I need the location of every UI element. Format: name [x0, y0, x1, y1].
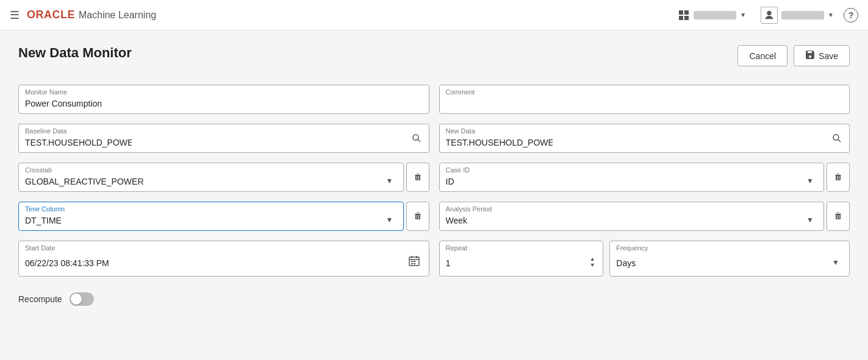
start-date-label: Start Date: [25, 244, 56, 252]
trash-icon: [833, 172, 843, 182]
start-date-calendar-button[interactable]: [406, 253, 423, 271]
analysis-period-dropdown-button[interactable]: ▼: [803, 216, 817, 224]
time-column-field: Time Column ▼: [18, 202, 429, 231]
repeat-frequency-row: Repeat ▲ ▼ Frequency ▼: [439, 241, 850, 277]
crosstab-input[interactable]: [25, 177, 382, 186]
page-content: New Data Monitor Cancel Save Monitor Nam…: [0, 30, 868, 320]
time-column-delete-button[interactable]: [406, 202, 429, 231]
search-icon: [412, 133, 421, 143]
svg-rect-15: [414, 263, 415, 264]
recompute-toggle[interactable]: [70, 292, 94, 306]
ml-wordmark: Machine Learning: [79, 10, 156, 21]
crosstab-label: Crosstab: [25, 166, 52, 174]
grid-icon: [678, 9, 690, 21]
svg-rect-12: [411, 261, 413, 262]
recompute-label: Recompute: [18, 294, 62, 304]
svg-rect-0: [679, 10, 683, 15]
trash-icon: [413, 211, 423, 221]
new-data-inner: New Data: [439, 124, 825, 153]
start-date-field: Start Date: [18, 241, 429, 277]
case-id-delete-button[interactable]: [827, 163, 850, 192]
form-grid: Monitor Name Comment Baseline Data New D…: [18, 85, 850, 306]
monitor-name-field: Monitor Name: [18, 85, 429, 114]
time-column-input[interactable]: [25, 216, 382, 225]
case-id-dropdown-button[interactable]: ▼: [803, 177, 817, 185]
new-data-input[interactable]: [446, 138, 553, 147]
repeat-input[interactable]: [446, 258, 589, 268]
svg-line-7: [838, 139, 841, 142]
new-data-field: New Data: [439, 124, 850, 153]
app-header: ☰ ORACLE Machine Learning ▼ ▼ ?: [0, 0, 868, 30]
save-label: Save: [819, 51, 838, 61]
svg-line-5: [418, 139, 420, 142]
frequency-dropdown-button[interactable]: ▼: [828, 258, 843, 267]
page-title: New Data Monitor: [18, 45, 132, 61]
comment-label: Comment: [446, 88, 475, 96]
help-button[interactable]: ?: [844, 8, 858, 23]
crosstab-dropdown: Crosstab ▼: [18, 163, 404, 192]
oracle-wordmark: ORACLE: [27, 9, 75, 21]
baseline-data-field: Baseline Data: [18, 124, 429, 153]
crosstab-field: Crosstab ▼: [18, 163, 429, 192]
baseline-data-label: Baseline Data: [25, 127, 67, 135]
comment-input[interactable]: [446, 99, 844, 108]
time-column-dropdown-button[interactable]: ▼: [382, 216, 397, 224]
app-logo: ORACLE Machine Learning: [27, 9, 156, 21]
case-id-input[interactable]: [446, 177, 803, 186]
monitor-name-input[interactable]: [25, 99, 423, 108]
baseline-data-search-button[interactable]: [404, 124, 429, 153]
menu-icon[interactable]: ☰: [10, 9, 20, 22]
baseline-data-inner: Baseline Data: [18, 124, 404, 153]
analysis-period-delete-button[interactable]: [827, 202, 850, 231]
cancel-button[interactable]: Cancel: [737, 45, 787, 66]
trash-icon: [833, 211, 843, 221]
apps-chevron-icon: ▼: [740, 12, 746, 18]
search-icon: [832, 133, 842, 143]
svg-rect-2: [679, 16, 683, 20]
new-data-search-button[interactable]: [825, 124, 850, 153]
case-id-dropdown: Case ID ▼: [439, 163, 825, 192]
user-avatar-icon: [761, 7, 778, 24]
svg-point-4: [413, 135, 418, 140]
recompute-row: Recompute: [18, 292, 429, 306]
apps-label-blurred: [694, 11, 736, 19]
frequency-input[interactable]: [616, 258, 828, 268]
toggle-thumb: [71, 294, 82, 305]
repeat-field: Repeat ▲ ▼: [439, 241, 604, 277]
analysis-period-input[interactable]: [446, 216, 803, 225]
comment-field: Comment: [439, 85, 850, 114]
crosstab-delete-button[interactable]: [406, 163, 429, 192]
time-column-label: Time Column: [25, 205, 65, 213]
case-id-label: Case ID: [446, 166, 470, 174]
username-blurred: [781, 11, 824, 19]
analysis-period-field: Analysis Period ▼: [439, 202, 850, 231]
user-menu-button[interactable]: ▼: [761, 7, 834, 24]
baseline-data-input[interactable]: [25, 138, 132, 147]
svg-point-6: [833, 135, 839, 140]
analysis-period-dropdown: Analysis Period ▼: [439, 202, 825, 231]
case-id-field: Case ID ▼: [439, 163, 850, 192]
frequency-label: Frequency: [616, 244, 648, 252]
svg-rect-1: [684, 10, 689, 15]
time-column-dropdown: Time Column ▼: [18, 202, 404, 231]
svg-rect-14: [411, 263, 413, 264]
page-actions: Cancel Save: [737, 45, 850, 66]
save-button[interactable]: Save: [794, 45, 850, 66]
repeat-label: Repeat: [446, 244, 467, 252]
trash-icon: [413, 172, 423, 182]
svg-rect-13: [414, 261, 415, 262]
header-right-area: ▼ ▼ ?: [673, 7, 858, 24]
repeat-decrement-button[interactable]: ▼: [588, 263, 597, 268]
analysis-period-label: Analysis Period: [446, 205, 492, 213]
apps-button[interactable]: ▼: [673, 7, 751, 24]
user-chevron-icon: ▼: [828, 12, 834, 18]
monitor-name-label: Monitor Name: [25, 88, 67, 96]
repeat-increment-button[interactable]: ▲: [588, 256, 597, 262]
repeat-stepper-controls: ▲ ▼: [588, 256, 597, 268]
crosstab-dropdown-button[interactable]: ▼: [382, 177, 397, 185]
save-disk-icon: [805, 50, 815, 62]
calendar-icon: [408, 255, 420, 267]
svg-rect-3: [684, 16, 689, 20]
new-data-label: New Data: [446, 127, 475, 135]
start-date-input[interactable]: [25, 258, 406, 268]
